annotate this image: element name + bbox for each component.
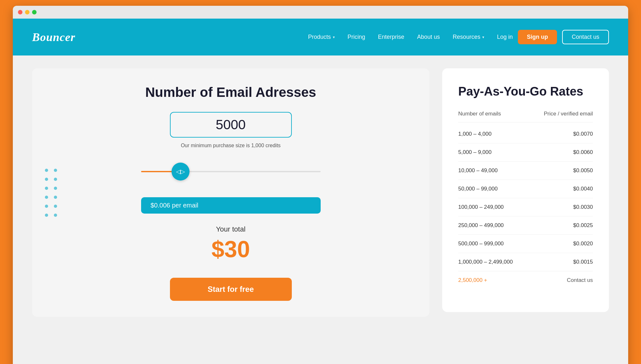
- navbar: Bouncer Products ▾ Pricing Enterprise Ab…: [13, 19, 628, 55]
- price-label: $0.0040: [573, 186, 593, 192]
- your-total-label: Your total: [216, 225, 245, 233]
- table-row-last: 2,500,000 + Contact us: [458, 271, 593, 289]
- signup-button[interactable]: Sign up: [518, 30, 557, 44]
- slider-thumb[interactable]: ◁▷: [172, 163, 190, 181]
- grid-dot: [54, 169, 57, 172]
- grid-dot: [54, 205, 57, 208]
- grid-dot: [45, 178, 48, 181]
- resources-chevron-icon: ▾: [482, 35, 484, 39]
- price-label: $0.0070: [573, 131, 593, 137]
- total-amount: $30: [211, 236, 250, 262]
- nav-resources[interactable]: Resources ▾: [453, 34, 484, 40]
- rates-card-wrapper: Pay-As-You-Go Rates Number of emails Pri…: [442, 68, 609, 312]
- table-row: 500,000 – 999,000 $0.0020: [458, 235, 593, 253]
- rates-table-header: Number of emails Price / verified email: [458, 111, 593, 123]
- range-label-highlight: 2,500,000 +: [458, 277, 487, 284]
- grid-dot: [45, 187, 48, 190]
- price-label: $0.0060: [573, 149, 593, 156]
- table-row: 50,000 – 99,000 $0.0040: [458, 180, 593, 198]
- nav-enterprise[interactable]: Enterprise: [378, 34, 404, 40]
- grid-dot: [54, 178, 57, 181]
- price-label: $0.0030: [573, 204, 593, 210]
- rates-header-price: Price / verified email: [544, 111, 593, 117]
- table-row: 100,000 – 249,000 $0.0030: [458, 198, 593, 216]
- nav-about[interactable]: About us: [417, 34, 440, 40]
- nav-actions: Log in Sign up Contact us: [497, 30, 609, 44]
- nav-pricing[interactable]: Pricing: [348, 34, 365, 40]
- site-logo[interactable]: Bouncer: [32, 30, 75, 44]
- slider-container: ◁▷: [141, 161, 321, 182]
- grid-dot: [45, 214, 48, 217]
- main-content: Number of Email Adresses Our minimum pur…: [13, 55, 628, 364]
- contact-link[interactable]: Contact us: [567, 277, 593, 284]
- table-row: 5,000 – 9,000 $0.0060: [458, 143, 593, 162]
- price-label: $0.0015: [573, 259, 593, 265]
- range-label: 500,000 – 999,000: [458, 241, 504, 247]
- titlebar: [13, 6, 628, 19]
- table-row: 10,000 – 49,000 $0.0050: [458, 162, 593, 180]
- grid-dot: [54, 187, 57, 190]
- table-row: 1,000,000 – 2,499,000 $0.0015: [458, 253, 593, 271]
- close-button[interactable]: [18, 10, 22, 14]
- price-label: $0.0020: [573, 241, 593, 247]
- min-purchase-note: Our minimum purchase size is 1,000 credi…: [181, 143, 281, 148]
- nav-links: Products ▾ Pricing Enterprise About us R…: [308, 34, 484, 40]
- login-button[interactable]: Log in: [497, 34, 513, 40]
- table-row: 250,000 – 499,000 $0.0025: [458, 216, 593, 235]
- email-count-input[interactable]: [171, 117, 291, 132]
- rates-header-emails: Number of emails: [458, 111, 501, 117]
- products-chevron-icon: ▾: [333, 35, 335, 39]
- range-label: 50,000 – 99,000: [458, 186, 498, 192]
- minimize-button[interactable]: [25, 10, 30, 14]
- calculator-card: Number of Email Adresses Our minimum pur…: [32, 68, 429, 317]
- contact-button[interactable]: Contact us: [562, 30, 609, 44]
- rates-title: Pay-As-You-Go Rates: [458, 84, 593, 99]
- maximize-button[interactable]: [32, 10, 37, 14]
- range-label: 100,000 – 249,000: [458, 204, 504, 210]
- start-free-button[interactable]: Start for free: [170, 278, 292, 301]
- slider-arrows-icon: ◁▷: [176, 168, 185, 175]
- grid-dot: [54, 196, 57, 199]
- browser-window: Bouncer Products ▾ Pricing Enterprise Ab…: [13, 6, 628, 364]
- calculator-title: Number of Email Adresses: [145, 84, 316, 100]
- range-label: 1,000 – 4,000: [458, 131, 492, 137]
- nav-products[interactable]: Products ▾: [308, 34, 335, 40]
- price-label: $0.0025: [573, 222, 593, 229]
- table-row: 1,000 – 4,000 $0.0070: [458, 125, 593, 143]
- rates-card: Pay-As-You-Go Rates Number of emails Pri…: [442, 68, 609, 312]
- grid-dot: [45, 196, 48, 199]
- range-label: 250,000 – 499,000: [458, 222, 504, 229]
- grid-dot: [54, 214, 57, 217]
- grid-dot: [45, 205, 48, 208]
- slider-track: ◁▷: [141, 171, 321, 172]
- price-label: $0.0050: [573, 167, 593, 174]
- range-label: 1,000,000 – 2,499,000: [458, 259, 513, 265]
- email-count-input-wrapper: [170, 112, 292, 138]
- price-per-email-badge: $0.006 per email: [141, 197, 321, 214]
- grid-dot: [45, 169, 48, 172]
- range-label: 5,000 – 9,000: [458, 149, 492, 156]
- range-label: 10,000 – 49,000: [458, 167, 498, 174]
- dot-grid-decoration: [45, 169, 57, 217]
